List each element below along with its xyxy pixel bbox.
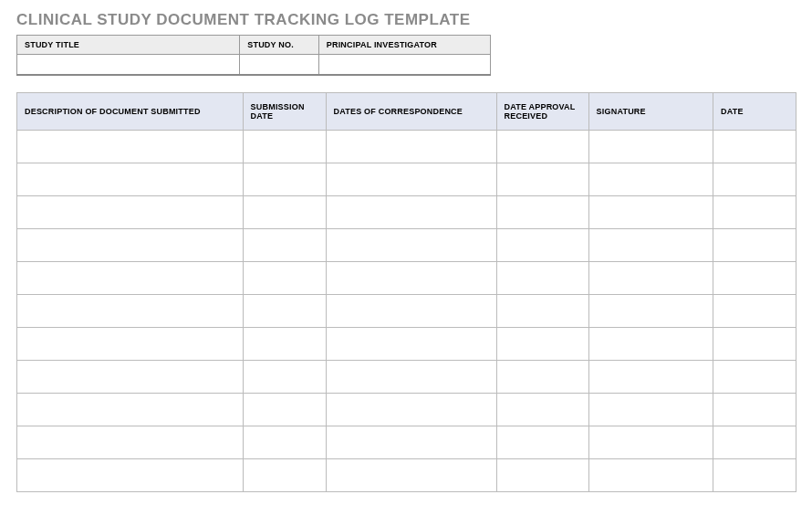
study-meta-table: STUDY TITLE STUDY NO. PRINCIPAL INVESTIG…	[16, 35, 491, 76]
cell-correspondence[interactable]	[326, 195, 496, 228]
table-row	[17, 261, 796, 294]
cell-submission-date[interactable]	[243, 163, 326, 195]
cell-correspondence[interactable]	[326, 130, 496, 163]
cell-date[interactable]	[713, 195, 796, 228]
meta-value-study-title[interactable]	[17, 55, 240, 75]
table-row	[17, 163, 796, 195]
table-row	[17, 426, 796, 458]
cell-approval-received[interactable]	[496, 426, 588, 458]
table-row	[17, 360, 796, 393]
cell-description[interactable]	[17, 426, 244, 458]
cell-description[interactable]	[17, 195, 244, 228]
cell-correspondence[interactable]	[326, 426, 496, 458]
cell-submission-date[interactable]	[243, 393, 326, 426]
cell-submission-date[interactable]	[243, 130, 326, 163]
cell-correspondence[interactable]	[326, 163, 496, 195]
table-row	[17, 195, 796, 228]
cell-approval-received[interactable]	[496, 393, 588, 426]
meta-header-study-no: STUDY NO.	[240, 36, 319, 55]
cell-signature[interactable]	[588, 426, 713, 458]
cell-signature[interactable]	[588, 327, 713, 360]
cell-approval-received[interactable]	[496, 228, 588, 261]
table-row	[17, 130, 796, 163]
cell-description[interactable]	[17, 327, 244, 360]
cell-submission-date[interactable]	[243, 228, 326, 261]
cell-correspondence[interactable]	[326, 294, 496, 327]
cell-submission-date[interactable]	[243, 458, 326, 491]
cell-description[interactable]	[17, 458, 244, 491]
cell-signature[interactable]	[588, 195, 713, 228]
col-header-description: DESCRIPTION OF DOCUMENT SUBMITTED	[17, 92, 244, 130]
cell-correspondence[interactable]	[326, 360, 496, 393]
cell-approval-received[interactable]	[496, 163, 588, 195]
cell-signature[interactable]	[588, 261, 713, 294]
col-header-approval-received: DATE APPROVAL RECEIVED	[496, 92, 588, 130]
col-header-correspondence: DATES OF CORRESPONDENCE	[326, 92, 496, 130]
tracking-log-table: DESCRIPTION OF DOCUMENT SUBMITTED SUBMIS…	[16, 92, 796, 492]
cell-date[interactable]	[713, 228, 796, 261]
cell-correspondence[interactable]	[326, 458, 496, 491]
cell-approval-received[interactable]	[496, 294, 588, 327]
cell-submission-date[interactable]	[243, 294, 326, 327]
cell-description[interactable]	[17, 228, 244, 261]
cell-date[interactable]	[713, 458, 796, 491]
cell-signature[interactable]	[588, 228, 713, 261]
cell-correspondence[interactable]	[326, 228, 496, 261]
cell-date[interactable]	[713, 261, 796, 294]
col-header-signature: SIGNATURE	[588, 92, 713, 130]
cell-approval-received[interactable]	[496, 195, 588, 228]
cell-description[interactable]	[17, 294, 244, 327]
cell-signature[interactable]	[588, 393, 713, 426]
cell-description[interactable]	[17, 163, 244, 195]
cell-signature[interactable]	[588, 294, 713, 327]
cell-description[interactable]	[17, 261, 244, 294]
cell-approval-received[interactable]	[496, 360, 588, 393]
cell-signature[interactable]	[588, 360, 713, 393]
table-row	[17, 327, 796, 360]
col-header-submission-date: SUBMISSION DATE	[243, 92, 326, 130]
cell-signature[interactable]	[588, 163, 713, 195]
cell-date[interactable]	[713, 360, 796, 393]
cell-correspondence[interactable]	[326, 261, 496, 294]
cell-description[interactable]	[17, 360, 244, 393]
table-row	[17, 393, 796, 426]
col-header-date: DATE	[713, 92, 796, 130]
page-title: CLINICAL STUDY DOCUMENT TRACKING LOG TEM…	[16, 11, 796, 29]
cell-submission-date[interactable]	[243, 426, 326, 458]
cell-date[interactable]	[713, 393, 796, 426]
cell-approval-received[interactable]	[496, 261, 588, 294]
meta-value-study-no[interactable]	[240, 55, 319, 75]
cell-submission-date[interactable]	[243, 261, 326, 294]
table-row	[17, 228, 796, 261]
table-row	[17, 294, 796, 327]
meta-header-study-title: STUDY TITLE	[17, 36, 240, 55]
cell-approval-received[interactable]	[496, 327, 588, 360]
cell-submission-date[interactable]	[243, 327, 326, 360]
cell-date[interactable]	[713, 426, 796, 458]
cell-description[interactable]	[17, 130, 244, 163]
cell-approval-received[interactable]	[496, 458, 588, 491]
cell-submission-date[interactable]	[243, 360, 326, 393]
table-row	[17, 458, 796, 491]
cell-submission-date[interactable]	[243, 195, 326, 228]
meta-header-principal-investigator: PRINCIPAL INVESTIGATOR	[318, 36, 490, 55]
cell-description[interactable]	[17, 393, 244, 426]
cell-date[interactable]	[713, 294, 796, 327]
cell-date[interactable]	[713, 327, 796, 360]
cell-signature[interactable]	[588, 458, 713, 491]
cell-date[interactable]	[713, 130, 796, 163]
cell-correspondence[interactable]	[326, 393, 496, 426]
cell-signature[interactable]	[588, 130, 713, 163]
cell-approval-received[interactable]	[496, 130, 588, 163]
cell-date[interactable]	[713, 163, 796, 195]
cell-correspondence[interactable]	[326, 327, 496, 360]
meta-value-principal-investigator[interactable]	[318, 55, 490, 75]
